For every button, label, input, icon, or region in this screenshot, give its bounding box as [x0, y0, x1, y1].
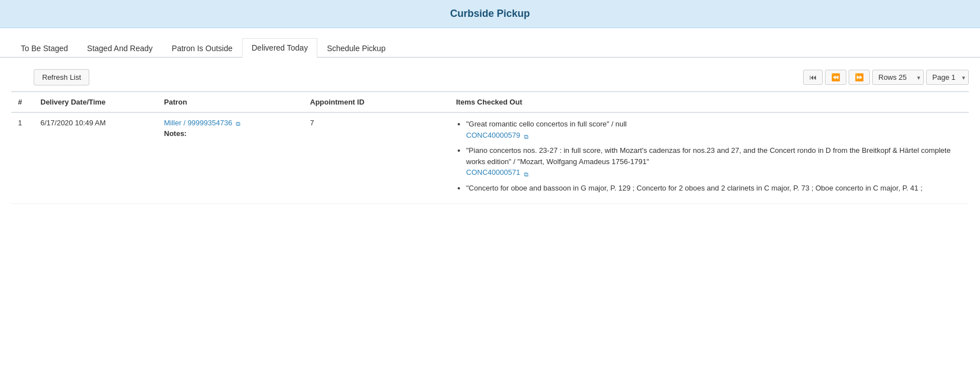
table-row: 1 6/17/2020 10:49 AM Miller / 9999935473… [11, 112, 969, 204]
col-header-items: Items Checked Out [449, 92, 969, 112]
item-link-1[interactable]: CONC40000579 [466, 131, 520, 139]
page-title: Curbside Pickup [450, 8, 530, 19]
cell-delivery-datetime: 6/17/2020 10:49 AM [34, 112, 157, 204]
col-header-num: # [11, 92, 34, 112]
list-item: "Great romantic cello concertos in full … [466, 119, 962, 141]
item-description-1: "Great romantic cello concertos in full … [466, 120, 627, 128]
prev-page-button[interactable]: ⏪ [825, 70, 846, 85]
list-item: "Piano concertos nos. 23-27 : in full sc… [466, 145, 962, 178]
rows-select-wrapper[interactable]: Rows 10 Rows 25 Rows 50 Rows 100 [872, 70, 924, 85]
pagination-controls: ⏮ ⏪ ⏩ Rows 10 Rows 25 Rows 50 Rows 100 P… [803, 70, 969, 85]
tab-to-be-staged[interactable]: To Be Staged [11, 39, 78, 57]
tab-delivered-today[interactable]: Delivered Today [242, 38, 317, 58]
external-link-icon: ⧉ [236, 120, 243, 127]
tabs-bar: To Be Staged Staged And Ready Patron Is … [0, 28, 980, 58]
cell-items: "Great romantic cello concertos in full … [449, 112, 969, 204]
cell-appointment-id: 7 [303, 112, 449, 204]
notes-row: Notes: [164, 129, 297, 138]
external-link-icon-2: ⧉ [524, 170, 531, 176]
page-select[interactable]: Page 1 Page 2 Page 3 [926, 70, 969, 85]
cell-row-num: 1 [11, 112, 34, 204]
cell-patron: Miller / 99999354736 ⧉ Notes: [157, 112, 303, 204]
patron-link[interactable]: Miller / 99999354736 [164, 119, 232, 127]
page-header: Curbside Pickup [0, 0, 980, 28]
external-link-icon-1: ⧉ [524, 132, 531, 139]
item-link-2[interactable]: CONC40000571 [466, 168, 520, 176]
table-header-row: # Delivery Date/Time Patron Appointment … [11, 92, 969, 112]
first-page-button[interactable]: ⏮ [803, 70, 823, 85]
notes-label: Notes: [164, 129, 186, 138]
col-header-patron: Patron [157, 92, 303, 112]
col-header-delivery: Delivery Date/Time [34, 92, 157, 112]
item-description-2: "Piano concertos nos. 23-27 : in full sc… [466, 146, 951, 166]
col-header-appointment: Appointment ID [303, 92, 449, 112]
tab-patron-is-outside[interactable]: Patron Is Outside [162, 39, 242, 57]
item-description-3: "Concerto for oboe and bassoon in G majo… [466, 184, 923, 192]
page-select-wrapper[interactable]: Page 1 Page 2 Page 3 [926, 70, 969, 85]
refresh-button[interactable]: Refresh List [34, 69, 89, 85]
rows-select[interactable]: Rows 10 Rows 25 Rows 50 Rows 100 [872, 70, 924, 85]
toolbar: Refresh List ⏮ ⏪ ⏩ Rows 10 Rows 25 Rows … [0, 58, 980, 91]
items-list: "Great romantic cello concertos in full … [456, 119, 962, 193]
next-page-button[interactable]: ⏩ [849, 70, 870, 85]
list-item: "Concerto for oboe and bassoon in G majo… [466, 183, 962, 194]
tab-staged-and-ready[interactable]: Staged And Ready [78, 39, 162, 57]
data-table: # Delivery Date/Time Patron Appointment … [11, 91, 969, 204]
tab-schedule-pickup[interactable]: Schedule Pickup [317, 39, 395, 57]
